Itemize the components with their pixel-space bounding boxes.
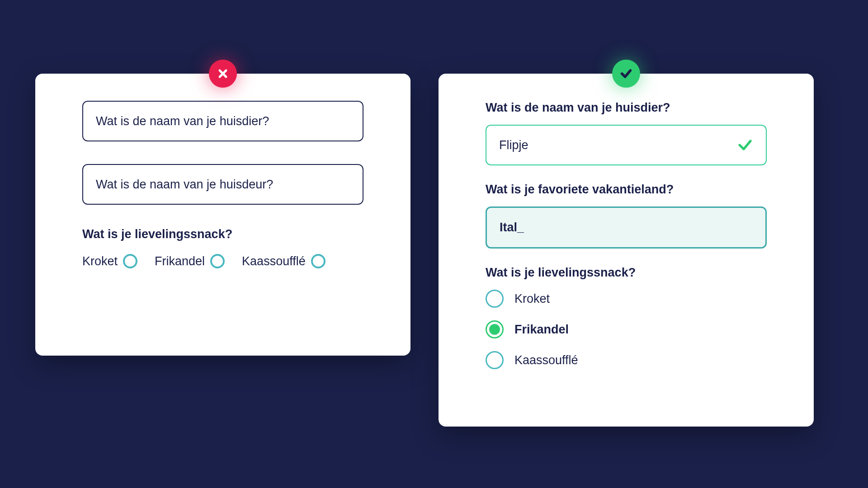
radio-option-kroket[interactable]: Kroket (82, 254, 137, 268)
wrong-example-card: Wat is de naam van je huisdier? Wat is d… (35, 74, 410, 356)
pet-name-input[interactable]: Flipje (486, 125, 767, 165)
radio-circle-icon (311, 254, 326, 268)
radio-label: Kroket (82, 254, 118, 268)
correct-example-card: Wat is de naam van je huisdier? Flipje W… (439, 74, 814, 427)
radio-label: Frikandel (514, 323, 569, 337)
input-placeholder-text: Wat is de naam van je huisdier? (96, 114, 269, 128)
checkmark-icon (737, 137, 753, 153)
radio-inner-dot (489, 324, 500, 335)
radio-label: Kaassoufflé (242, 254, 306, 268)
door-name-input-placeholder[interactable]: Wat is de naam van je huisdeur? (82, 164, 363, 205)
cross-icon (217, 68, 228, 79)
check-icon (620, 67, 632, 80)
radio-option-kaassouffle[interactable]: Kaassoufflé (486, 351, 767, 369)
radio-label: Kroket (514, 292, 550, 306)
pet-name-input-placeholder[interactable]: Wat is de naam van je huisdier? (82, 101, 363, 141)
radio-circle-icon (486, 290, 504, 308)
radio-circle-icon (210, 254, 225, 268)
radio-option-frikandel[interactable]: Frikandel (486, 320, 767, 338)
radio-circle-selected-icon (486, 320, 504, 338)
pet-name-label: Wat is de naam van je huisdier? (486, 101, 767, 115)
radio-option-kaassouffle[interactable]: Kaassoufflé (242, 254, 326, 268)
radio-option-frikandel[interactable]: Frikandel (155, 254, 225, 268)
radio-group-horizontal: Kroket Frikandel Kaassoufflé (82, 254, 363, 268)
radio-label: Kaassoufflé (514, 353, 578, 367)
radio-circle-icon (486, 351, 504, 369)
input-value: Ital_ (500, 221, 524, 235)
vacation-country-input[interactable]: Ital_ (486, 206, 767, 249)
vacation-country-label: Wat is je favoriete vakantieland? (486, 183, 767, 197)
radio-option-kroket[interactable]: Kroket (486, 290, 767, 308)
input-value: Flipje (499, 138, 528, 152)
snack-question-label: Wat is je lievelingssnack? (486, 266, 767, 280)
radio-circle-icon (123, 254, 137, 268)
radio-group-vertical: Kroket Frikandel Kaassoufflé (486, 290, 767, 369)
wrong-badge (209, 60, 237, 88)
snack-question-label: Wat is je lievelingssnack? (82, 227, 363, 241)
correct-badge (612, 60, 640, 88)
input-placeholder-text: Wat is de naam van je huisdeur? (96, 178, 273, 192)
radio-label: Frikandel (155, 254, 205, 268)
